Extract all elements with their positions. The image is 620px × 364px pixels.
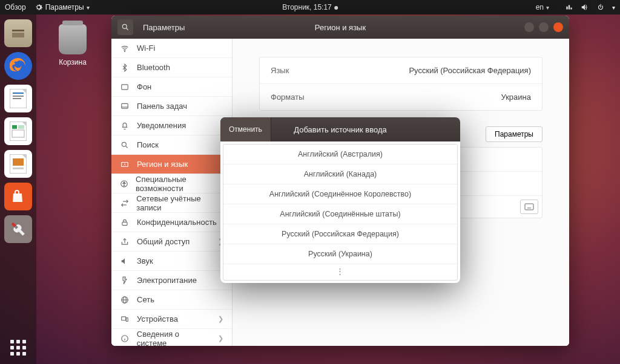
input-source-option[interactable]: Английский (Соединённое Королевство) [223, 184, 457, 204]
dock-software[interactable] [4, 183, 32, 210]
sidebar-item-bg[interactable]: Фон [111, 77, 232, 97]
power-icon[interactable] [596, 3, 605, 11]
sidebar-item-label: Устройства [137, 314, 178, 323]
notification-dot-icon [334, 6, 338, 10]
svg-line-18 [127, 28, 128, 30]
svg-rect-10 [18, 125, 24, 129]
titlebar-search-button[interactable] [117, 19, 133, 35]
sidebar-item-net[interactable]: Сеть [111, 290, 232, 310]
about-icon [120, 334, 130, 343]
maximize-button[interactable] [539, 22, 549, 32]
titlebar-title: Регион и язык [315, 23, 366, 32]
dock-calc[interactable] [4, 117, 32, 145]
sidebar-item-label: Bluetooth [137, 63, 170, 72]
input-source-option[interactable]: Русский (Украина) [223, 244, 457, 264]
power-icon [120, 276, 130, 285]
svg-line-24 [126, 146, 128, 148]
dock-impress[interactable] [4, 150, 32, 178]
clock-text: Вторник, 15:17 [282, 3, 332, 11]
svg-rect-15 [13, 167, 24, 169]
sidebar-item-label: Уведомления [137, 121, 186, 130]
svg-rect-21 [122, 103, 128, 108]
sidebar-item-power[interactable]: Электропитание [111, 271, 232, 290]
sidebar-item-a11y[interactable]: Специальные возможности [111, 174, 232, 193]
region-icon: A [120, 160, 130, 169]
input-source-option[interactable]: Русский (Российская Федерация) [223, 224, 457, 244]
sidebar-item-privacy[interactable]: Конфиденциальность [111, 213, 232, 232]
input-source-option[interactable]: Английский (Австралия) [223, 145, 457, 164]
active-app-menu[interactable]: Параметры [35, 3, 90, 11]
chevron-right-icon: ❯ [218, 315, 223, 323]
impress-icon [10, 154, 27, 174]
bell-icon [120, 121, 130, 131]
cancel-button[interactable]: Отменить [220, 117, 271, 141]
more-options-button[interactable]: ⋮ [223, 264, 457, 280]
keyboard-indicator[interactable]: en [536, 3, 549, 11]
svg-rect-31 [122, 222, 127, 225]
search-icon [120, 140, 130, 150]
settings-tools-icon [10, 221, 26, 237]
sidebar-item-dock[interactable]: Панель задач [111, 97, 232, 116]
online-icon [120, 198, 129, 208]
sidebar-item-region[interactable]: AРегион и язык [111, 155, 232, 174]
keyboard-layout-button[interactable] [520, 200, 538, 214]
close-button[interactable] [553, 22, 563, 32]
minimize-button[interactable] [524, 22, 534, 32]
svg-rect-36 [126, 317, 128, 321]
sidebar-item-devices[interactable]: Устройства❯ [111, 310, 232, 329]
sidebar-item-label: Звук [137, 256, 153, 265]
dock-firefox[interactable] [4, 52, 32, 80]
network-icon[interactable] [565, 3, 573, 11]
sound-icon [120, 256, 130, 266]
svg-rect-0 [12, 30, 24, 31]
sidebar-item-bt[interactable]: Bluetooth [111, 58, 232, 77]
svg-point-17 [122, 24, 127, 28]
clock[interactable]: Вторник, 15:17 [282, 3, 338, 11]
sidebar-item-wifi[interactable]: Wi-Fi [111, 39, 232, 58]
activities-button[interactable]: Обзор [5, 3, 26, 11]
svg-rect-14 [13, 158, 24, 166]
add-input-source-dialog: Отменить Добавить источник ввода Английс… [220, 117, 460, 283]
language-row[interactable]: Язык Русский (Российская Федерация) [260, 57, 542, 84]
gnome-top-panel: Обзор Параметры Вторник, 15:17 en ▾ [0, 0, 620, 15]
sidebar-item-label: Специальные возможности [136, 175, 223, 193]
formats-row[interactable]: Форматы Украина [260, 84, 542, 110]
input-source-list: Английский (Австралия)Английский (Канада… [223, 144, 458, 281]
desktop-trash[interactable]: Корзина [48, 24, 97, 67]
dialog-header: Отменить Добавить источник ввода [220, 117, 460, 141]
sidebar-item-bell[interactable]: Уведомления [111, 116, 232, 135]
formats-value: Украина [501, 93, 532, 102]
volume-icon[interactable] [581, 3, 589, 11]
titlebar: Параметры Регион и язык [111, 16, 569, 39]
dock-writer[interactable] [4, 85, 32, 112]
dock-icon [120, 102, 130, 111]
app-grid-button[interactable] [10, 340, 26, 356]
keyboard-icon [524, 203, 534, 210]
sidebar-item-share[interactable]: Общий доступ❯ [111, 232, 232, 252]
svg-rect-4 [13, 93, 24, 94]
language-value: Русский (Российская Федерация) [409, 66, 531, 75]
svg-rect-1 [12, 33, 24, 37]
svg-point-19 [124, 51, 125, 51]
system-menu-chevron-icon[interactable]: ▾ [612, 4, 615, 11]
share-icon [120, 237, 130, 247]
input-sources-params-button[interactable]: Параметры [486, 126, 542, 142]
dock-settings[interactable] [4, 215, 32, 243]
sidebar-item-about[interactable]: Сведения о системе❯ [111, 329, 232, 346]
active-app-label: Параметры [45, 3, 84, 11]
sidebar-item-sound[interactable]: Звук [111, 252, 232, 271]
input-source-option[interactable]: Английский (Канада) [223, 164, 457, 184]
sidebar-item-search[interactable]: Поиск [111, 135, 232, 155]
net-icon [120, 295, 130, 305]
svg-rect-5 [13, 96, 24, 97]
sidebar-item-label: Поиск [137, 140, 159, 149]
svg-rect-40 [525, 204, 533, 210]
settings-sidebar: Wi-FiBluetoothФонПанель задачУведомления… [111, 39, 232, 346]
input-source-option[interactable]: Английский (Соединённые штаты) [223, 204, 457, 224]
sidebar-item-label: Общий доступ [137, 237, 190, 246]
dock-files[interactable] [4, 19, 32, 47]
dock [0, 15, 36, 364]
svg-rect-20 [122, 84, 128, 89]
wifi-icon [120, 44, 130, 53]
sidebar-item-online[interactable]: Сетевые учётные записи [111, 193, 232, 213]
